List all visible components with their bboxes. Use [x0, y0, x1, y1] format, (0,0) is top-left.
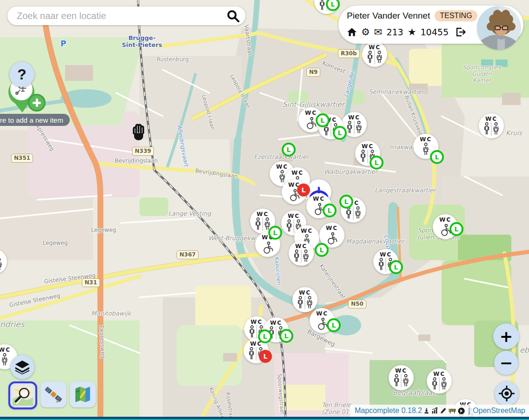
opening-hours-badge: L — [370, 156, 384, 170]
toilet-marker[interactable]: WC — [292, 287, 317, 312]
toilet-marker[interactable]: WC — [362, 42, 387, 67]
logout-icon[interactable] — [456, 27, 466, 37]
marker-wc-label: WC — [355, 143, 380, 150]
mapcomplete-app: PBrugge- Sint-PietersRustenburgVaartstra… — [0, 0, 529, 420]
opening-hours-badge: L — [430, 150, 444, 164]
pencil-icon[interactable] — [440, 407, 447, 414]
zoom-in-label: + — [500, 327, 513, 346]
opening-hours-badge: L — [258, 329, 272, 343]
add-item-tooltip: re to add a new item — [0, 114, 70, 126]
opening-hours-badge: L — [327, 318, 341, 332]
bottom-progress-strip — [0, 417, 529, 420]
markers-layer: WCLWCWCWCWCLWCLWCLLWCLWCWCWCLWCLWCLWCLWC… — [0, 0, 529, 420]
osm-link[interactable]: OpenStreetMap — [473, 407, 525, 415]
arrow-circle-icon[interactable] — [458, 407, 465, 414]
star-icon: ★ — [408, 27, 417, 37]
app-version[interactable]: Mapcomplete 0.18.2 — [355, 407, 422, 415]
marker-wc-label: WC — [0, 347, 17, 353]
attribution-separator: | — [468, 407, 470, 415]
opening-hours-badge: L — [450, 222, 463, 236]
toilet-marker[interactable]: WC — [479, 113, 504, 138]
help-button[interactable]: ? — [9, 62, 34, 87]
layers-button[interactable] — [10, 355, 34, 379]
opening-hours-badge: L — [323, 203, 337, 217]
toilet-marker[interactable]: WC — [0, 249, 7, 274]
style-satellite-button[interactable] — [40, 381, 66, 407]
marker-wc-label: WC — [285, 170, 310, 176]
mail-icon[interactable]: ✉ — [374, 27, 383, 37]
opening-hours-badge: L — [339, 195, 353, 209]
marker-wc-label: WC — [281, 213, 306, 219]
toilet-marker[interactable]: WCL — [433, 214, 458, 239]
style-map-button[interactable] — [70, 381, 96, 407]
toilet-marker[interactable]: WCL — [413, 134, 438, 159]
search-input[interactable] — [16, 10, 226, 22]
marker-wc-label: WC — [289, 243, 314, 249]
attribution-bar: Mapcomplete 0.18.2 | OpenStreetMap — [350, 405, 529, 417]
home-icon[interactable] — [347, 27, 357, 37]
user-name: Pieter Vander Vennet — [347, 11, 430, 21]
marker-wc-label: WC — [310, 310, 335, 317]
geolocate-button[interactable] — [495, 381, 519, 406]
osm-carto-icon — [13, 385, 33, 406]
toilet-marker[interactable]: WCL — [310, 308, 335, 333]
gear-icon[interactable]: ⚙ — [361, 27, 370, 37]
marker-wc-label: WC — [427, 371, 452, 377]
plus-icon — [28, 94, 46, 112]
search-bar — [7, 7, 245, 25]
opening-hours-badge: L — [282, 143, 296, 157]
marker-wc-label: WC — [264, 320, 289, 326]
statue-icon[interactable] — [423, 407, 430, 414]
marker-wc-label: WC — [319, 225, 344, 231]
toilet-marker[interactable]: WC — [389, 365, 414, 390]
question-mark: ? — [17, 66, 26, 83]
marker-wc-label: WC — [362, 44, 387, 51]
toilet-marker[interactable]: WC — [427, 368, 452, 394]
marker-wc-label: WC — [0, 251, 7, 258]
testing-badge: TESTING — [435, 10, 477, 21]
changes-count: 10455 — [421, 27, 449, 37]
marker-wc-label: WC — [306, 196, 331, 202]
map-icon — [73, 385, 92, 404]
toilet-marker[interactable]: WCL — [355, 141, 380, 166]
chart-icon[interactable] — [431, 407, 438, 414]
construction-icon[interactable] — [449, 407, 456, 414]
opening-hours-badge: L — [279, 329, 293, 343]
search-icon[interactable] — [226, 9, 240, 23]
zoom-in-button[interactable]: + — [493, 323, 519, 349]
opening-hours-badge: L — [259, 350, 272, 363]
marker-wc-label: WC — [250, 211, 275, 217]
avatar[interactable] — [477, 6, 521, 50]
opening-hours-badge: L — [333, 126, 347, 140]
opening-hours-badge: L — [389, 260, 403, 274]
geolocate-icon — [499, 386, 515, 401]
zoom-out-label: − — [500, 354, 513, 372]
opening-hours-badge: L — [316, 113, 330, 127]
tooltip-text: re to add a new item — [0, 116, 63, 124]
layers-icon — [14, 360, 30, 374]
messages-count: 213 — [386, 27, 403, 37]
opening-hours-badge: L — [326, 0, 340, 11]
background-layer-switcher — [8, 381, 96, 409]
marker-wc-label: WC — [292, 289, 317, 296]
hand-cursor-icon — [129, 123, 147, 142]
toilet-marker[interactable]: WCL — [306, 193, 331, 218]
satellite-icon — [44, 385, 63, 404]
opening-hours-badge: L — [297, 184, 310, 197]
marker-wc-label: WC — [342, 114, 367, 121]
marker-wc-label: WC — [389, 368, 414, 374]
marker-wc-label: WC — [413, 136, 438, 143]
toilet-marker[interactable]: WCL — [373, 249, 398, 274]
style-osm-carto-button[interactable] — [8, 381, 37, 409]
toilet-marker[interactable]: WC — [289, 241, 314, 266]
marker-wc-label: WC — [294, 228, 319, 234]
opening-hours-badge: L — [315, 243, 329, 257]
marker-wc-label: WC — [479, 116, 504, 122]
marker-wc-label: WC — [373, 251, 398, 258]
zoom-out-button[interactable]: − — [494, 351, 518, 375]
opening-hours-badge: L — [268, 226, 282, 240]
